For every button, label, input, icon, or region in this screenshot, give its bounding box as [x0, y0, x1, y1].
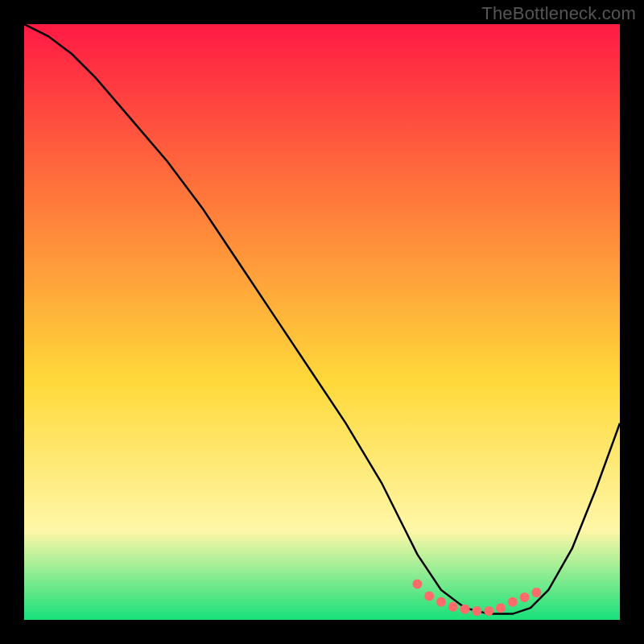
marker-dot: [460, 605, 470, 614]
marker-dot: [424, 591, 434, 601]
marker-dot: [448, 602, 458, 612]
watermark-text: TheBottleneck.com: [481, 3, 636, 24]
marker-dot: [496, 603, 506, 613]
marker-dot: [472, 606, 481, 616]
marker-dot: [484, 606, 493, 616]
marker-dot: [436, 597, 446, 607]
chart-svg: [24, 24, 620, 620]
marker-dot: [508, 597, 518, 607]
gradient-background: [24, 24, 620, 620]
marker-dot: [520, 592, 530, 602]
plot-area: [24, 24, 620, 620]
chart-frame: TheBottleneck.com: [0, 0, 644, 644]
marker-dot: [412, 580, 422, 589]
marker-dot: [531, 588, 541, 597]
